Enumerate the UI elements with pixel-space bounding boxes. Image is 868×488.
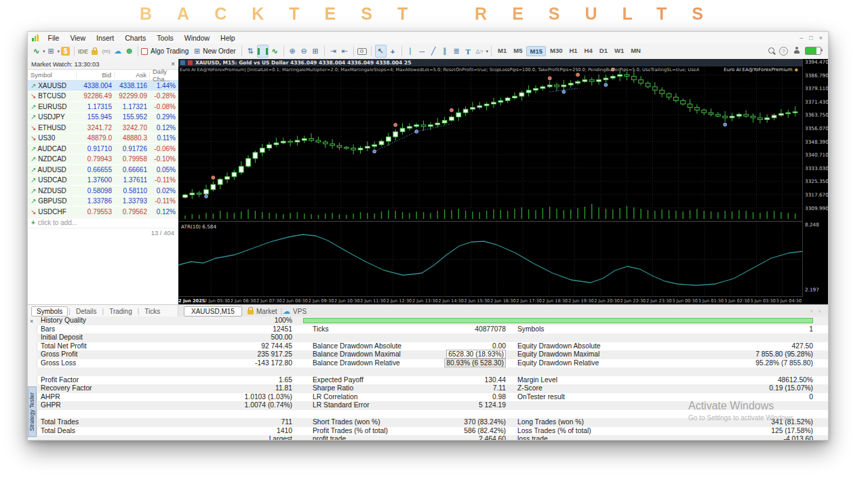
objects-icon[interactable]: △○ (475, 45, 485, 57)
cloud-icon[interactable]: ☁ (113, 45, 123, 57)
price-tick: 3386.790 (805, 73, 828, 79)
close-panel-icon[interactable]: × (30, 318, 33, 325)
menu-item-help[interactable]: Help (215, 34, 241, 42)
horizontal-line-icon[interactable]: ─ (417, 45, 427, 57)
chevron-down-icon[interactable]: ▾ (43, 49, 45, 54)
zoom-out-icon[interactable]: ⊖ (299, 45, 309, 57)
chart-tab-xauusd[interactable]: XAUUSD,M15 (184, 306, 242, 317)
column-header-ask[interactable]: Ask (115, 71, 150, 79)
shift-chart-icon[interactable]: ⇤ (340, 45, 350, 57)
cloud-icon: ☁ (283, 307, 290, 316)
screenshot-icon[interactable] (357, 45, 368, 57)
chart-profile-icon[interactable]: ∿ (31, 45, 41, 57)
daily-change-value: -0.28% (150, 92, 178, 100)
column-header-bid[interactable]: Bid (77, 71, 115, 79)
tab-scroll-icons[interactable]: ‹ › (811, 308, 829, 314)
market-watch-row-gbpusd[interactable]: ↗ GBPUSD1.337861.33793-0.11% (28, 197, 178, 207)
result-row: GHPR1.0074 (0.74%)LR Standard Error5 124… (37, 401, 828, 410)
tab-market[interactable]: Market (256, 308, 277, 315)
close-icon[interactable]: × (171, 60, 175, 68)
ide-button[interactable]: IDE (78, 45, 88, 57)
window-layout-icon[interactable]: ⊞ (46, 45, 56, 57)
chevron-down-icon[interactable]: ▾ (486, 49, 489, 54)
arrow-up-icon: ↗ (31, 197, 38, 205)
zoom-in-icon[interactable]: ⊕ (288, 45, 298, 57)
menu-item-charts[interactable]: Charts (119, 34, 151, 42)
market-watch-row-usdcad[interactable]: ↗ USDCAD1.376001.37611-0.11% (28, 176, 178, 186)
close-button[interactable]: × (819, 35, 823, 41)
menu-item-view[interactable]: View (64, 34, 91, 42)
strategy-tester-tab[interactable]: Strategy Tester (28, 386, 37, 437)
market-watch-title: Market Watch: 13:30:03 (31, 60, 100, 68)
market-watch-row-ethusd[interactable]: ↘ ETHUSD3241.723242.700.12% (28, 123, 178, 134)
market-watch-columns[interactable]: SymbolBidAskDaily Cha... (28, 70, 178, 81)
community-icon[interactable]: ⊕ (124, 45, 134, 57)
chevron-down-icon[interactable]: ▾ (58, 49, 60, 54)
help-icon[interactable]: ? (779, 47, 788, 56)
stat-value: 7.11 (403, 384, 506, 393)
timeframe-m1[interactable]: M1 (495, 46, 509, 56)
menu-item-window[interactable]: Window (179, 34, 215, 42)
lock-icon[interactable] (90, 45, 100, 57)
timeframe-d1[interactable]: D1 (597, 46, 610, 56)
stat-value: 6528.30 (18.93%) (403, 350, 506, 359)
algo-trading-button[interactable]: Algo Trading (151, 47, 189, 55)
toolbox-tab-details[interactable]: Details (71, 307, 102, 316)
text-tool-icon[interactable]: T (463, 45, 473, 57)
profile-icon[interactable] (793, 47, 800, 56)
tick-chart-icon[interactable]: ⇅ (245, 45, 256, 57)
market-watch-row-audusd[interactable]: ↗ AUDUSD0.666550.666610.05% (28, 165, 178, 176)
timeframe-m15[interactable]: M15 (526, 46, 545, 56)
stat-value: 427.50 (708, 342, 813, 351)
add-symbol-row[interactable]: + click to add... (28, 218, 178, 228)
time-tick: 2 Jun 20:30 (594, 297, 620, 304)
search-icon[interactable] (768, 47, 774, 55)
market-watch-row-usdjpy[interactable]: ↗ USDJPY155.945155.9520.29% (28, 113, 178, 123)
vertical-line-icon[interactable]: ∣ (406, 45, 416, 57)
market-watch-row-eurusd[interactable]: ↗ EURUSD1.173151.17321-0.08% (28, 102, 178, 113)
accounts-icon[interactable]: $ (60, 45, 71, 57)
market-watch-row-btcusd[interactable]: ↘ BTCUSD92286.4992299.09-0.28% (28, 92, 178, 102)
new-order-button[interactable]: New Order (203, 47, 235, 55)
trendline-icon[interactable]: ╱ (429, 45, 439, 57)
result-row: Total Trades711Short Trades (won %)370 (… (37, 418, 828, 427)
minimize-button[interactable]: – (800, 35, 803, 41)
maximize-button[interactable]: □ (809, 35, 812, 41)
timeframe-h1[interactable]: H1 (566, 46, 580, 56)
stat-value: 0 (708, 393, 813, 402)
toolbox-tab-ticks[interactable]: Ticks (140, 307, 165, 316)
timeframe-m30[interactable]: M30 (547, 46, 565, 56)
toolbox-tab-symbols[interactable]: Symbols (31, 306, 68, 317)
timeframe-w1[interactable]: W1 (612, 46, 627, 56)
market-watch-row-nzdcad[interactable]: ↗ NZDCAD0.799430.79958-0.10% (28, 155, 178, 165)
line-chart-icon[interactable]: ∿ (270, 45, 280, 57)
market-watch-row-us30[interactable]: ↘ US3048879.048880.30.11% (28, 134, 178, 144)
daily-change-value: 1.44% (150, 82, 178, 89)
stat-value: 48612.50% (708, 376, 813, 385)
market-watch-row-usdchf[interactable]: ↘ USDCHF0.795530.795620.12% (28, 207, 178, 218)
channel-icon[interactable]: ∥ (440, 45, 450, 57)
grid-icon[interactable]: ⊞ (311, 45, 321, 57)
fibonacci-icon[interactable]: ≣ (452, 45, 462, 57)
mql-icon[interactable]: (m) (101, 45, 111, 57)
toolbox-tab-trading[interactable]: Trading (104, 307, 137, 316)
cursor-icon[interactable]: ↖ (375, 45, 387, 58)
chart-canvas[interactable] (178, 59, 802, 298)
market-watch-row-audcad[interactable]: ↗ AUDCAD0.917100.91726-0.06% (28, 144, 178, 155)
menu-item-tools[interactable]: Tools (151, 34, 179, 42)
chart-ohlc-header: XAUUSD, M15: Gold vs US Dollar 4336.049 … (195, 60, 411, 66)
time-tick: 2 Jun 07:30 (256, 297, 282, 304)
timeframe-mn[interactable]: MN (628, 46, 644, 56)
market-watch-row-xauusd[interactable]: ↗ XAUUSD4338.0044338.1161.44% (28, 81, 178, 92)
tab-vps[interactable]: VPS (293, 308, 307, 315)
market-watch-row-nzdusd[interactable]: ↗ NZDUSD0.580980.581100.02% (28, 186, 178, 197)
column-header-daily-cha-[interactable]: Daily Cha... (150, 68, 178, 83)
crosshair-icon[interactable]: + (388, 45, 398, 57)
bar-chart-icon[interactable] (257, 45, 269, 58)
shift-end-icon[interactable]: ⇥ (328, 45, 338, 57)
column-header-symbol[interactable]: Symbol (28, 71, 77, 79)
timeframe-h4[interactable]: H4 (582, 46, 595, 56)
menu-item-insert[interactable]: Insert (91, 34, 119, 42)
menu-item-file[interactable]: File (43, 34, 65, 42)
timeframe-m5[interactable]: M5 (511, 46, 525, 56)
